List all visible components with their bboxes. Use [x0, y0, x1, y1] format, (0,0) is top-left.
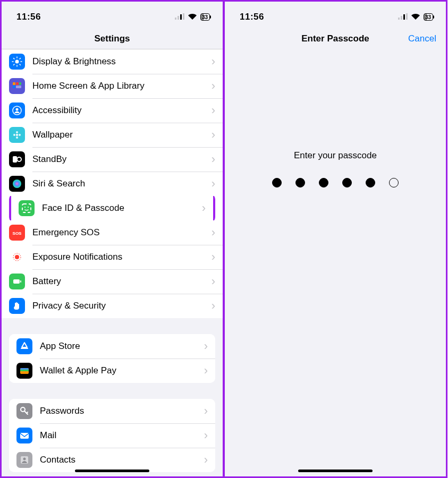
- passcode-dot: [389, 178, 399, 187]
- svg-line-9: [14, 58, 14, 59]
- wifi-icon: [411, 12, 420, 22]
- appstore-icon: [16, 338, 32, 354]
- settings-list[interactable]: Display & Brightness›Home Screen & App L…: [2, 49, 223, 478]
- chevron-right-icon: ›: [204, 364, 208, 378]
- row-app-store[interactable]: App Store›: [9, 334, 215, 358]
- svg-line-43: [27, 412, 28, 413]
- left-phone-frame: 11:56 33 Settings Display & Brightness›H…: [0, 0, 224, 478]
- row-display-brightness[interactable]: Display & Brightness›: [2, 49, 223, 74]
- svg-point-46: [23, 458, 26, 460]
- row-label: Contacts: [40, 455, 204, 465]
- row-label: Mail: [40, 430, 204, 441]
- row-battery[interactable]: Battery›: [2, 269, 223, 294]
- row-mail[interactable]: Mail›: [9, 423, 215, 448]
- svg-point-21: [16, 131, 18, 133]
- svg-rect-25: [13, 156, 17, 163]
- svg-rect-2: [180, 14, 182, 20]
- nav-header: Settings: [2, 28, 223, 49]
- svg-rect-16: [13, 86, 15, 88]
- svg-line-11: [14, 64, 14, 65]
- cellular-icon: [175, 12, 184, 22]
- row-wallet[interactable]: Wallet & Apple Pay›: [9, 358, 215, 383]
- svg-rect-36: [20, 280, 21, 283]
- svg-rect-13: [13, 82, 15, 85]
- row-label: Accessibility: [32, 105, 212, 116]
- status-bar: 11:56 33: [225, 2, 446, 28]
- passcode-dot: [342, 178, 352, 187]
- row-exposure-notifications[interactable]: Exposure Notifications›: [2, 245, 223, 269]
- status-time: 11:56: [16, 12, 41, 22]
- svg-rect-50: [406, 13, 408, 20]
- grid-icon: [9, 78, 25, 94]
- row-label: Wallpaper: [32, 130, 212, 140]
- chevron-right-icon: ›: [212, 104, 215, 117]
- home-indicator[interactable]: [75, 470, 149, 472]
- wifi-icon: [188, 12, 197, 22]
- right-phone-frame: 11:56 33 Enter Passcode Cancel Enter you…: [224, 0, 447, 478]
- svg-rect-1: [177, 16, 179, 20]
- svg-rect-0: [175, 18, 176, 20]
- siri-icon: [9, 176, 25, 192]
- row-home-screen[interactable]: Home Screen & App Library›: [2, 74, 223, 98]
- person-icon: [9, 103, 25, 118]
- passcode-dots: [272, 178, 399, 187]
- chevron-right-icon: ›: [212, 275, 215, 288]
- status-indicators: 33: [398, 12, 433, 22]
- passcode-prompt: Enter your passcode: [294, 150, 377, 161]
- chevron-right-icon: ›: [204, 453, 208, 467]
- svg-rect-49: [403, 14, 405, 20]
- row-face-id-passcode[interactable]: Face ID & Passcode›: [11, 196, 213, 220]
- settings-group: Passwords›Mail›Contacts›: [9, 399, 215, 472]
- status-time: 11:56: [240, 12, 264, 22]
- svg-rect-3: [183, 13, 184, 20]
- row-standby[interactable]: StandBy›: [2, 147, 223, 172]
- chevron-right-icon: ›: [212, 177, 215, 191]
- home-indicator[interactable]: [298, 470, 373, 472]
- svg-point-23: [13, 134, 15, 136]
- face-icon: [19, 200, 35, 216]
- battery-indicator: 33: [200, 13, 210, 21]
- status-bar: 11:56 33: [2, 2, 223, 28]
- svg-rect-48: [401, 16, 402, 20]
- chevron-right-icon: ›: [212, 79, 215, 93]
- chevron-right-icon: ›: [212, 152, 215, 166]
- row-label: Siri & Search: [32, 178, 212, 189]
- exposure-icon: [9, 249, 25, 265]
- chevron-right-icon: ›: [212, 226, 215, 240]
- svg-rect-17: [16, 86, 21, 88]
- svg-line-10: [20, 64, 20, 65]
- row-emergency-sos[interactable]: SOSEmergency SOS›: [2, 220, 223, 245]
- row-siri-search[interactable]: Siri & Search›: [2, 172, 223, 196]
- row-label: Home Screen & App Library: [32, 81, 212, 91]
- svg-text:SOS: SOS: [13, 231, 22, 236]
- svg-point-22: [16, 136, 18, 139]
- page-title: Enter Passcode: [301, 33, 369, 44]
- hand-icon: [9, 298, 25, 314]
- svg-point-20: [16, 134, 18, 136]
- row-label: Emergency SOS: [32, 227, 212, 238]
- chevron-right-icon: ›: [212, 55, 215, 69]
- svg-rect-14: [16, 82, 19, 85]
- passcode-dot: [295, 178, 305, 187]
- chevron-right-icon: ›: [204, 404, 208, 418]
- row-contacts[interactable]: Contacts›: [9, 448, 215, 472]
- svg-point-27: [18, 158, 21, 161]
- svg-point-31: [28, 207, 29, 208]
- row-passwords[interactable]: Passwords›: [9, 399, 215, 423]
- passcode-dot: [366, 178, 375, 187]
- row-label: Exposure Notifications: [32, 252, 212, 262]
- row-privacy-security[interactable]: Privacy & Security›: [2, 294, 223, 318]
- svg-point-28: [13, 180, 21, 188]
- chevron-right-icon: ›: [212, 250, 215, 264]
- svg-line-12: [20, 58, 20, 59]
- chevron-right-icon: ›: [212, 128, 215, 142]
- highlight-ring: Face ID & Passcode›: [9, 194, 215, 223]
- chevron-right-icon: ›: [204, 339, 208, 353]
- settings-group: Display & Brightness›Home Screen & App L…: [2, 49, 223, 318]
- cancel-button[interactable]: Cancel: [408, 33, 436, 44]
- row-accessibility[interactable]: Accessibility›: [2, 98, 223, 123]
- row-wallpaper[interactable]: Wallpaper›: [2, 123, 223, 147]
- row-label: StandBy: [32, 154, 212, 165]
- flower-icon: [9, 127, 25, 143]
- svg-point-33: [15, 255, 19, 259]
